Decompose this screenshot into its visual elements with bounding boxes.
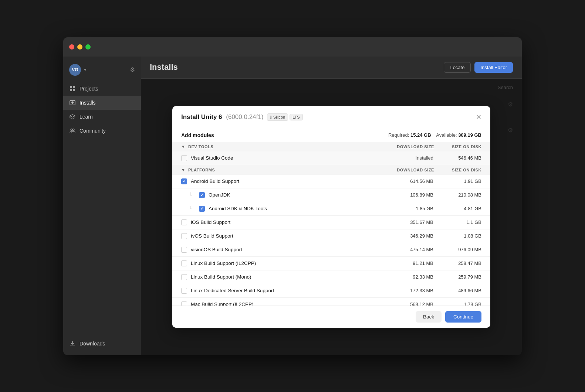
back-button[interactable]: Back — [416, 311, 442, 323]
install-editor-button[interactable]: Install Editor — [474, 62, 513, 73]
fullscreen-traffic-light[interactable] — [85, 44, 91, 50]
checkbox-android-sdk[interactable] — [199, 206, 205, 212]
module-name-openjdk: OpenJDK — [209, 192, 382, 198]
section-header-dev-tools: ▼ DEV TOOLS DOWNLOAD SIZE SIZE ON DISK — [172, 142, 490, 151]
checkbox-android[interactable] — [181, 178, 187, 184]
module-name-ios: iOS Build Support — [191, 219, 382, 225]
checkbox-ios[interactable] — [181, 219, 187, 225]
sidebar-item-projects[interactable]: Projects — [63, 82, 141, 96]
checkbox-linux-mono[interactable] — [181, 274, 187, 280]
sidebar-user: VG ▾ ⚙ — [63, 61, 141, 79]
sidebar: VG ▾ ⚙ Projects — [63, 57, 141, 355]
module-name-linux-mono: Linux Build Support (Mono) — [191, 274, 382, 280]
module-row-tvos: tvOS Build Support 346.29 MB 1.08 GB — [172, 229, 490, 243]
svg-rect-0 — [70, 86, 72, 88]
minimize-traffic-light[interactable] — [77, 44, 82, 50]
sidebar-item-learn[interactable]: Learn — [63, 110, 141, 124]
module-installed-vscode: Installed — [385, 155, 433, 161]
sidebar-item-label-downloads: Downloads — [80, 341, 105, 347]
topbar: Installs Locate Install Editor — [141, 57, 522, 79]
content-with-overlay: Search ⚙ ⚙ Install Unity 6 (6000.0.24f1) — [141, 79, 522, 355]
module-disk-visionos: 976.09 MB — [437, 247, 481, 252]
module-disk-mac-il2cpp: 1.78 GB — [437, 301, 481, 306]
module-download-android-sdk: 1.85 GB — [385, 206, 433, 211]
svg-point-5 — [71, 129, 72, 130]
downloads-icon — [69, 340, 76, 347]
badge-silicon:  Silicon — [267, 113, 288, 121]
page-title: Installs — [150, 62, 178, 72]
sidebar-item-downloads[interactable]: Downloads — [63, 337, 141, 351]
child-indent-sdk: └ — [189, 206, 195, 211]
close-traffic-light[interactable] — [69, 44, 74, 50]
module-name-linux-il2cpp: Linux Build Support (IL2CPP) — [191, 260, 382, 266]
sidebar-bottom: Downloads — [63, 337, 141, 351]
section-header-platforms: ▼ PLATFORMS DOWNLOAD SIZE SIZE ON DISK — [172, 165, 490, 175]
settings-icon[interactable]: ⚙ — [130, 66, 135, 73]
section-label-platforms: PLATFORMS — [188, 168, 215, 172]
module-download-mac-il2cpp: 568.12 MB — [385, 301, 433, 306]
module-disk-ios: 1.1 GB — [437, 219, 481, 225]
learn-icon — [69, 113, 76, 120]
section-chevron-dev-tools[interactable]: ▼ — [181, 144, 185, 149]
checkbox-mac-il2cpp[interactable] — [181, 301, 187, 306]
modal-header: Install Unity 6 (6000.0.24f1)  Silicon … — [172, 106, 490, 127]
module-download-linux-mono: 92.33 MB — [385, 274, 433, 280]
section-chevron-platforms[interactable]: ▼ — [181, 168, 185, 172]
user-dropdown-icon[interactable]: ▾ — [84, 67, 87, 72]
modules-header: Add modules Required: 15.24 GB Available… — [172, 127, 490, 142]
module-row-linux-il2cpp: Linux Build Support (IL2CPP) 91.21 MB 25… — [172, 257, 490, 270]
module-row-android: Android Build Support 614.56 MB 1.91 GB — [172, 175, 490, 188]
module-name-vscode: Visual Studio Code — [191, 155, 382, 161]
modal-title: Install Unity 6 (6000.0.24f1) — [181, 113, 263, 121]
sidebar-item-label-learn: Learn — [80, 114, 93, 120]
locate-button[interactable]: Locate — [444, 62, 471, 73]
col-disk-label-platforms: SIZE ON DISK — [437, 168, 481, 172]
modal-footer: Back Continue — [172, 306, 490, 328]
sidebar-item-label-community: Community — [80, 128, 106, 134]
module-name-android: Android Build Support — [191, 178, 382, 184]
add-modules-title: Add modules — [181, 132, 214, 138]
svg-rect-1 — [73, 86, 75, 88]
module-row-linux-server: Linux Dedicated Server Build Support 172… — [172, 284, 490, 298]
module-download-tvos: 346.29 MB — [385, 233, 433, 239]
module-disk-linux-server: 489.66 MB — [437, 288, 481, 293]
module-disk-linux-il2cpp: 258.47 MB — [437, 260, 481, 266]
modal-close-button[interactable]: ✕ — [476, 114, 481, 120]
main-content: Installs Locate Install Editor Search ⚙ … — [141, 57, 522, 355]
sidebar-item-label-projects: Projects — [80, 86, 98, 92]
title-bar — [63, 37, 522, 57]
checkbox-linux-il2cpp[interactable] — [181, 260, 187, 266]
module-row-linux-mono: Linux Build Support (Mono) 92.33 MB 259.… — [172, 270, 490, 284]
storage-info: Required: 15.24 GB Available: 309.19 GB — [388, 132, 481, 138]
module-row-visionos: visionOS Build Support 475.14 MB 976.09 … — [172, 243, 490, 257]
avatar[interactable]: VG — [69, 64, 81, 76]
col-disk-label-dev: SIZE ON DISK — [437, 144, 481, 149]
sidebar-item-installs[interactable]: Installs — [63, 96, 141, 110]
module-download-visionos: 475.14 MB — [385, 247, 433, 252]
traffic-lights — [69, 44, 91, 50]
checkbox-openjdk[interactable] — [199, 192, 205, 198]
module-disk-vscode: 546.46 MB — [437, 155, 481, 161]
module-row-ios: iOS Build Support 351.67 MB 1.1 GB — [172, 216, 490, 229]
module-disk-openjdk: 210.08 MB — [437, 192, 481, 198]
module-disk-linux-mono: 259.79 MB — [437, 274, 481, 280]
modal-overlay: Install Unity 6 (6000.0.24f1)  Silicon … — [141, 79, 522, 355]
checkbox-tvos[interactable] — [181, 233, 187, 239]
install-modal: Install Unity 6 (6000.0.24f1)  Silicon … — [172, 106, 490, 328]
checkbox-linux-server[interactable] — [181, 288, 187, 294]
badge-lts: LTS — [290, 114, 302, 120]
app-window: VG ▾ ⚙ Projects — [63, 37, 522, 355]
module-disk-android: 1.91 GB — [437, 178, 481, 184]
module-row-vscode: Visual Studio Code Installed 546.46 MB — [172, 151, 490, 165]
continue-button[interactable]: Continue — [445, 311, 481, 323]
section-label-dev-tools: DEV TOOLS — [188, 144, 213, 149]
sidebar-item-community[interactable]: Community — [63, 124, 141, 138]
module-download-linux-server: 172.33 MB — [385, 288, 433, 293]
checkbox-visionos[interactable] — [181, 247, 187, 253]
col-download-label-platforms: DOWNLOAD SIZE — [386, 168, 434, 172]
projects-icon — [69, 85, 76, 92]
module-row-openjdk: └ OpenJDK 106.89 MB 210.08 MB — [172, 188, 490, 202]
module-name-visionos: visionOS Build Support — [191, 247, 382, 252]
checkbox-vscode[interactable] — [181, 155, 187, 161]
svg-point-6 — [72, 129, 74, 130]
